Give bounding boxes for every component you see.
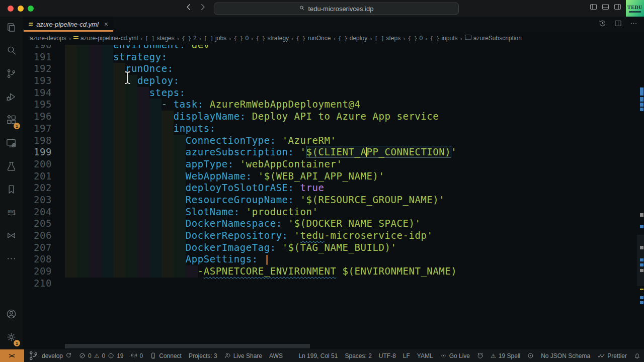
timeline-history-icon[interactable] <box>598 19 607 30</box>
breadcrumb-2[interactable]: { }2 <box>182 35 197 42</box>
status-notifications[interactable] <box>630 349 644 362</box>
symbol-object-icon: { } <box>430 35 439 42</box>
code-line-197[interactable]: 197inputs: <box>23 123 644 135</box>
ruler-mark <box>640 269 643 272</box>
status-live-share[interactable]: Live Share <box>221 349 266 362</box>
activity-item-source-control[interactable] <box>0 63 23 86</box>
traffic-light-minimize[interactable] <box>18 6 24 12</box>
forward-icon[interactable] <box>198 3 207 14</box>
code-line-195[interactable]: 195- task: AzureRmWebAppDeployment@4 <box>23 99 644 111</box>
badge: 1 <box>14 123 20 129</box>
breadcrumb-inputs[interactable]: { }inputs <box>430 35 457 42</box>
back-icon[interactable] <box>184 3 193 14</box>
breadcrumb-runonce[interactable]: { }runOnce <box>296 35 331 42</box>
breadcrumb-azuresubscription[interactable]: azureSubscription <box>465 35 522 42</box>
status-projects[interactable]: Projects: 3 <box>185 349 221 362</box>
code-line-196[interactable]: 196displayName: Deploy API to Azure App … <box>23 111 644 123</box>
code-line-200[interactable]: 200appType: 'webAppContainer' <box>23 158 644 170</box>
sync-icon <box>65 352 72 359</box>
code-line-206[interactable]: 206DockerRepository: 'tedu-microservice-… <box>23 230 644 242</box>
status-spell-checker[interactable]: ⚠19 Spell <box>487 349 524 362</box>
breadcrumb-separator: › <box>370 35 372 42</box>
ruler-mark <box>640 263 643 266</box>
code-line-199[interactable]: 199azureSubscription: '$(CLIENT_APP_CONN… <box>23 146 644 158</box>
status-aws[interactable]: AWS <box>266 349 286 362</box>
breadcrumb-azure-pipeline-cd-yml[interactable]: azure-pipeline-cd.yml <box>73 35 138 42</box>
line-number: 205 <box>23 218 65 230</box>
code-line-190[interactable]: 190environment: dev <box>23 45 644 51</box>
code-line-193[interactable]: 193deploy: <box>23 75 644 87</box>
breadcrumb-azure-devops[interactable]: azure-devops <box>30 35 66 42</box>
code-line-203[interactable]: 203ResourceGroupName: '$(RESOURCE_GROUP_… <box>23 194 644 206</box>
breadcrumb-0[interactable]: { }0 <box>233 35 249 42</box>
code-line-208[interactable]: 208AppSettings: | <box>23 253 644 265</box>
activity-item-testing[interactable] <box>0 155 23 178</box>
files-icon <box>6 22 17 35</box>
status-eol[interactable]: LF <box>399 349 414 362</box>
activity-item-run-debug[interactable] <box>0 86 23 109</box>
command-center-search[interactable]: tedu-microserivces.idp <box>214 3 459 15</box>
toggle-panel-icon[interactable] <box>601 3 610 13</box>
code-line-192[interactable]: 192runOnce: <box>23 63 644 75</box>
status-github[interactable] <box>473 349 487 362</box>
activity-item-more-views[interactable] <box>0 248 23 271</box>
status-cursor-position[interactable]: Ln 199, Col 51 <box>295 349 341 362</box>
code-line-204[interactable]: 204SlotName: 'production' <box>23 206 644 218</box>
activity-item-search[interactable] <box>0 40 23 63</box>
code-line-201[interactable]: 201WebAppName: '$(WEB_API_APP_NAME)' <box>23 170 644 183</box>
traffic-light-zoom[interactable] <box>28 6 34 12</box>
status-json-schema[interactable]: No JSON Schema <box>537 349 594 362</box>
mouse-cursor <box>124 71 131 86</box>
window-controls[interactable] <box>8 6 34 12</box>
activity-item-remote-explorer[interactable] <box>0 132 23 155</box>
breadcrumb-steps[interactable]: [ ]steps <box>374 35 400 42</box>
more-actions-icon[interactable] <box>629 19 638 30</box>
code-line-202[interactable]: 202deployToSlotOrASE: true <box>23 182 644 194</box>
status-branch[interactable]: develop <box>24 349 75 362</box>
tab-azure-pipeline-cd-yml[interactable]: azure-pipeline-cd.yml × <box>24 17 113 32</box>
breadcrumb-deploy[interactable]: { }deploy <box>338 35 367 42</box>
code-line-210[interactable]: 210 <box>23 278 644 290</box>
code-line-209[interactable]: 209-ASPNETCORE_ENVIRONMENT $(ENVIRONMENT… <box>23 265 644 278</box>
breadcrumb-jobs[interactable]: [ ]jobs <box>204 35 226 42</box>
status-ports[interactable]: 0 <box>127 349 147 362</box>
close-icon[interactable]: × <box>104 20 108 28</box>
status-prettier[interactable]: ✓✓Prettier <box>594 349 630 362</box>
activity-item-accounts[interactable] <box>0 303 23 326</box>
status-indentation[interactable]: Spaces: 2 <box>341 349 375 362</box>
code-line-191[interactable]: 191strategy: <box>23 51 644 63</box>
symbol-object-icon: { } <box>256 35 265 42</box>
code-editor[interactable]: 190environment: dev191strategy:192runOnc… <box>23 45 644 349</box>
traffic-light-close[interactable] <box>8 6 14 12</box>
status-checker-badge[interactable] <box>524 349 537 362</box>
status-connect[interactable]: Connect <box>146 349 185 362</box>
activity-item-settings[interactable]: 1 <box>0 326 23 349</box>
activity-item-extensions[interactable]: 1 <box>0 109 23 132</box>
status-encoding[interactable]: UTF-8 <box>375 349 399 362</box>
code-line-207[interactable]: 207DockerImageTag: '$(TAG_NAME_BUILD)' <box>23 242 644 254</box>
remote-indicator[interactable]: >< <box>0 349 24 362</box>
code-line-205[interactable]: 205DockerNamespace: '$(DOCKER_NAME_SPACE… <box>23 218 644 230</box>
status-go-live[interactable]: Go Live <box>437 349 473 362</box>
breadcrumb: azure-devops›azure-pipeline-cd.yml›[ ]st… <box>23 32 644 45</box>
toggle-sidebar-icon[interactable] <box>589 3 598 13</box>
breadcrumb-0[interactable]: { }0 <box>408 35 423 42</box>
activity-item-explorer[interactable] <box>0 17 23 40</box>
breadcrumb-stages[interactable]: [ ]stages <box>145 35 174 42</box>
code-line-194[interactable]: 194steps: <box>23 87 644 99</box>
split-editor-icon[interactable] <box>614 19 622 30</box>
activity-item-bookmarks[interactable] <box>0 178 23 202</box>
horizontal-scrollbar[interactable] <box>65 344 310 348</box>
overview-ruler <box>639 0 643 349</box>
activity-item-vs-solution[interactable] <box>0 225 23 248</box>
code-line-198[interactable]: 198ConnectionType: 'AzureRM' <box>23 135 644 147</box>
status-language-mode[interactable]: YAML <box>414 349 437 362</box>
line-number: 204 <box>23 206 65 218</box>
activity-item-aws[interactable]: aws <box>0 202 23 225</box>
toggle-secondary-sidebar-icon[interactable] <box>613 3 622 13</box>
line-number: 193 <box>23 75 65 87</box>
line-number: 192 <box>23 63 65 75</box>
status-problems[interactable]: 0⚠019 <box>75 349 127 362</box>
breadcrumb-strategy[interactable]: { }strategy <box>256 35 289 42</box>
line-number: 202 <box>23 182 65 194</box>
